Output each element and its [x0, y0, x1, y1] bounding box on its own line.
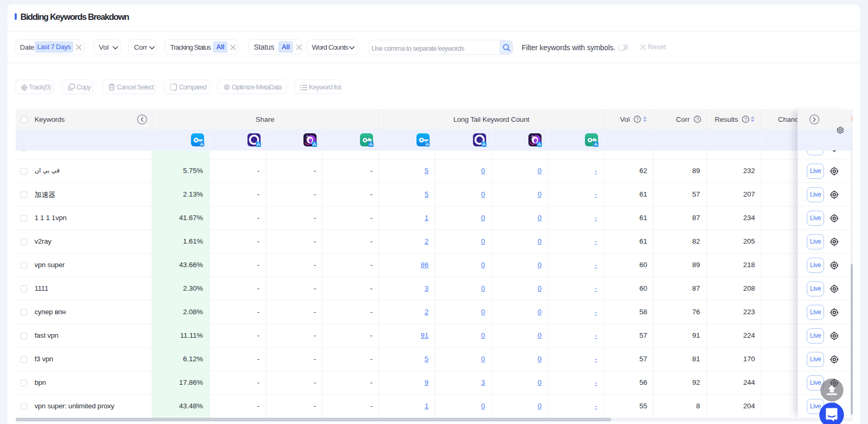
svg-text:?: ?: [696, 117, 698, 122]
svg-text:?: ?: [636, 117, 638, 122]
svg-text:?: ?: [744, 117, 747, 122]
